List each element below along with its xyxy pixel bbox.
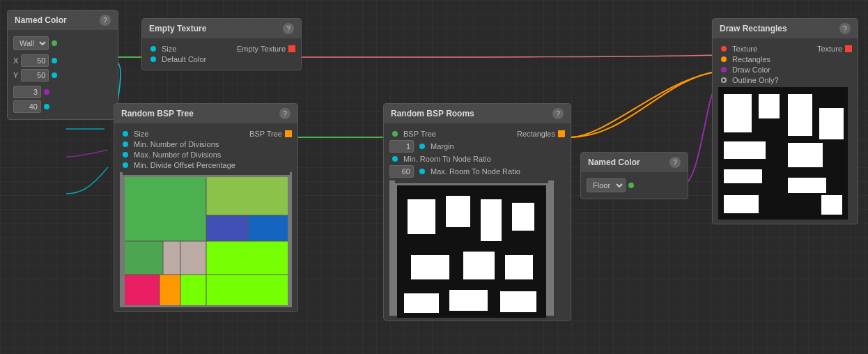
margin-input-socket: [419, 144, 425, 149]
svg-rect-24: [411, 255, 449, 279]
y-input[interactable]: [21, 69, 49, 82]
random-bsp-tree-header: Random BSP Tree ?: [114, 104, 297, 123]
named-color-floor-help[interactable]: ?: [669, 157, 681, 168]
outline-only-socket: [721, 77, 727, 83]
named-color-wall-help[interactable]: ?: [100, 15, 111, 26]
svg-rect-39: [819, 108, 844, 139]
bsp-size-socket: [123, 131, 128, 137]
max-ratio-socket: [419, 169, 425, 174]
svg-rect-28: [449, 290, 488, 311]
random-bsp-rooms-panel: Random BSP Rooms ? BSP Tree Rectangles M…: [383, 103, 571, 321]
svg-rect-1: [206, 177, 288, 215]
svg-rect-35: [759, 94, 780, 118]
svg-rect-20: [408, 199, 435, 234]
svg-rect-32: [724, 141, 766, 159]
val2-input[interactable]: [13, 100, 41, 113]
bsp-tree-input-socket: [392, 131, 398, 137]
svg-rect-9: [163, 241, 206, 275]
svg-rect-25: [463, 252, 495, 279]
wall-dropdown[interactable]: Wall: [13, 36, 49, 50]
y-socket: [52, 72, 57, 78]
svg-rect-38: [788, 178, 826, 193]
draw-rectangles-title: Draw Rectangles: [720, 24, 787, 33]
floor-output-socket: [628, 183, 634, 188]
svg-rect-0: [125, 177, 206, 241]
svg-rect-37: [788, 143, 823, 167]
default-color-socket: [150, 56, 156, 62]
svg-rect-22: [481, 199, 502, 241]
svg-rect-7: [160, 275, 180, 305]
max-ratio-val-input[interactable]: [389, 165, 414, 178]
named-color-wall-panel: Named Color ? Wall X Y: [7, 10, 118, 120]
empty-texture-title: Empty Texture: [149, 24, 206, 33]
min-div-socket: [123, 141, 128, 147]
svg-rect-36: [788, 94, 812, 136]
rectangles-input-socket: [721, 56, 727, 62]
svg-rect-26: [505, 255, 533, 279]
named-color-wall-title: Named Color: [15, 15, 67, 25]
empty-texture-output-socket: [288, 45, 295, 52]
svg-rect-31: [724, 94, 752, 132]
random-bsp-rooms-header: Random BSP Rooms ?: [384, 104, 571, 123]
named-color-floor-panel: Named Color ? Floor: [580, 152, 688, 199]
margin-val-input[interactable]: [389, 140, 414, 153]
random-bsp-tree-help[interactable]: ?: [279, 108, 290, 119]
empty-texture-panel: Empty Texture ? Size Empty Texture Defau…: [141, 18, 302, 70]
draw-rectangles-header: Draw Rectangles ?: [713, 19, 858, 38]
svg-rect-40: [821, 195, 842, 215]
draw-rect-preview: [718, 87, 844, 220]
texture-input-socket: [721, 46, 727, 52]
draw-color-socket: [721, 67, 727, 72]
bsp-room-preview: [395, 183, 548, 316]
svg-rect-2: [206, 215, 248, 241]
empty-texture-header: Empty Texture ?: [142, 19, 301, 38]
svg-rect-29: [500, 291, 536, 312]
floor-dropdown[interactable]: Floor: [587, 178, 626, 192]
svg-rect-33: [724, 169, 762, 183]
draw-rectangles-panel: Draw Rectangles ? Texture Texture Rectan…: [712, 18, 858, 224]
val1-socket: [44, 89, 49, 95]
val2-socket: [44, 104, 49, 109]
x-socket: [52, 58, 57, 63]
size-input-socket: [150, 46, 156, 52]
svg-rect-27: [404, 293, 439, 313]
min-offset-socket: [123, 162, 128, 168]
random-bsp-tree-panel: Random BSP Tree ? Size BSP Tree Min. Num…: [114, 103, 298, 312]
svg-rect-34: [724, 195, 759, 213]
random-bsp-rooms-title: Random BSP Rooms: [391, 109, 474, 118]
draw-rectangles-help[interactable]: ?: [839, 23, 851, 34]
x-input[interactable]: [21, 54, 49, 67]
bsp-preview: [123, 175, 290, 307]
svg-rect-8: [180, 275, 288, 305]
val1-input[interactable]: [13, 86, 41, 98]
named-color-wall-header: Named Color ?: [8, 10, 118, 30]
svg-rect-21: [446, 196, 470, 227]
named-color-floor-header: Named Color ?: [581, 153, 688, 172]
svg-rect-23: [512, 203, 534, 231]
wall-output-socket: [52, 40, 57, 46]
rectangles-output-socket: [558, 130, 565, 137]
svg-rect-10: [206, 241, 288, 275]
random-bsp-rooms-help[interactable]: ?: [552, 108, 564, 119]
texture-output-socket: [845, 45, 852, 52]
min-ratio-socket: [392, 156, 398, 162]
empty-texture-help[interactable]: ?: [283, 23, 294, 34]
random-bsp-tree-title: Random BSP Tree: [121, 109, 194, 118]
svg-rect-6: [125, 275, 160, 305]
bsp-tree-output-socket: [285, 130, 292, 137]
max-div-socket: [123, 152, 128, 157]
svg-rect-3: [248, 215, 288, 241]
named-color-floor-title: Named Color: [588, 157, 640, 167]
